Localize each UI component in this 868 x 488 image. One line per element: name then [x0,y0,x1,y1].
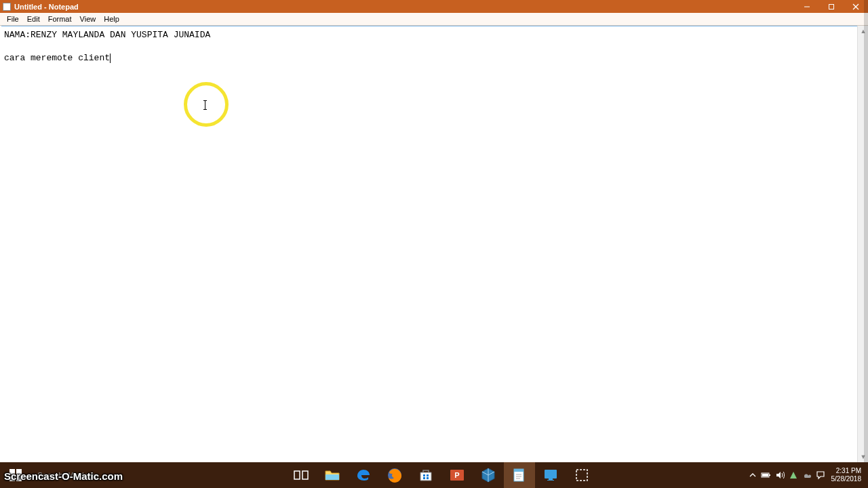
editor-line: NAMA:RENZY MAYLANDA DAN YUSPITA JUNAIDA [4,30,210,40]
editor-line: cara meremote client [4,53,110,63]
file-explorer-button[interactable] [317,462,348,488]
clock-time: 2:31 PM [831,467,862,475]
remote-desktop-button[interactable] [535,462,566,488]
notepad-icon [3,3,11,11]
svg-rect-13 [427,474,429,476]
text-caret [110,54,111,63]
virtualbox-icon [480,467,496,483]
watermark-text: Screencast-O-Matic.com [4,470,123,482]
firefox-button[interactable] [379,462,410,488]
window-title: Untitled - Notepad [14,3,79,11]
taskbar[interactable]: Search Windows P 2:31 PM 5/28/2018 [0,462,868,488]
store-button[interactable] [410,462,441,488]
svg-rect-10 [326,474,339,480]
powerpoint-button[interactable]: P [441,462,473,488]
onedrive-icon[interactable] [800,462,814,488]
powerpoint-icon: P [449,467,465,483]
svg-rect-15 [427,477,429,479]
svg-rect-8 [294,471,300,479]
notepad-taskbar-button[interactable] [504,462,535,488]
snip-icon [574,467,590,483]
svg-rect-28 [769,474,770,476]
svg-rect-24 [549,479,553,480]
volume-icon[interactable] [773,462,787,488]
action-center-icon[interactable] [814,462,827,488]
menu-view[interactable]: View [76,14,100,24]
text-editor[interactable]: NAMA:RENZY MAYLANDA DAN YUSPITA JUNAIDA … [1,26,857,462]
notepad-taskbar-icon [511,467,528,483]
titlebar[interactable]: Untitled - Notepad [0,0,868,13]
snipping-tool-button[interactable] [566,462,597,488]
virtualbox-button[interactable] [473,462,504,488]
svg-rect-12 [423,474,425,476]
menu-format[interactable]: Format [44,14,76,24]
svg-rect-23 [545,470,557,479]
task-view-button[interactable] [285,462,317,488]
menubar: File Edit Format View Help [0,13,868,26]
remote-desktop-icon [542,467,559,483]
menu-edit[interactable]: Edit [23,14,44,24]
editor-container: NAMA:RENZY MAYLANDA DAN YUSPITA JUNAIDA … [0,26,868,462]
svg-rect-29 [762,474,768,476]
clock-date: 5/28/2018 [831,475,862,483]
svg-rect-1 [829,4,834,9]
system-tray: 2:31 PM 5/28/2018 [746,462,869,488]
tray-app-icon[interactable] [787,462,800,488]
task-view-icon [293,467,309,483]
edge-button[interactable] [348,462,379,488]
minimize-button[interactable] [795,0,819,13]
svg-rect-26 [576,470,587,481]
taskbar-apps: P [285,462,597,488]
store-icon [418,467,434,483]
svg-rect-25 [547,480,554,481]
menu-help[interactable]: Help [100,14,123,24]
battery-icon[interactable] [760,462,773,488]
folder-icon [324,467,340,483]
svg-rect-19 [514,469,524,472]
maximize-button[interactable] [819,0,844,13]
edge-icon [355,467,372,483]
clock[interactable]: 2:31 PM 5/28/2018 [827,467,866,483]
svg-rect-14 [423,477,425,479]
firefox-icon [387,467,403,483]
ibeam-cursor-icon [205,100,205,110]
tray-chevron-up-icon[interactable] [746,462,760,488]
menu-file[interactable]: File [3,14,23,24]
right-edge-shadow [864,0,868,462]
svg-rect-9 [302,471,308,479]
svg-text:P: P [454,471,459,479]
